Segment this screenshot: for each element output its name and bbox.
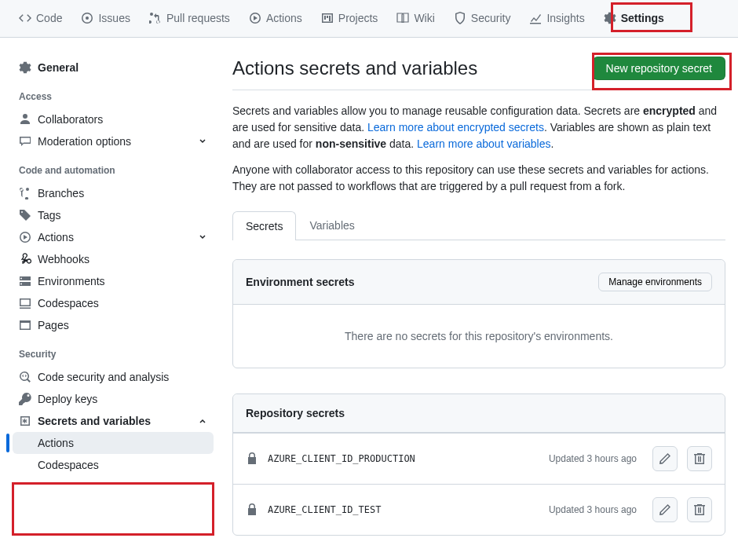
nav-insights[interactable]: Insights [523, 5, 590, 32]
secret-row: AZURE_CLIENT_ID_TEST Updated 3 hours ago [233, 484, 725, 535]
shield-icon [454, 12, 466, 24]
webhook-icon [19, 253, 31, 265]
repo-secrets-title: Repository secrets [246, 407, 345, 419]
settings-sidebar: General Access Collaborators Moderation … [13, 57, 214, 560]
sidebar-secrets-actions[interactable]: Actions [13, 432, 214, 454]
play-icon [19, 231, 31, 243]
project-icon [321, 12, 334, 24]
chevron-down-icon [198, 137, 207, 146]
gear-icon [604, 12, 616, 24]
browser-icon [19, 319, 31, 331]
edit-secret-button[interactable] [652, 497, 678, 522]
issue-icon [81, 12, 93, 24]
people-icon [19, 113, 31, 126]
environment-secrets-panel: Environment secrets Manage environments … [232, 259, 725, 368]
nav-settings[interactable]: Settings [597, 5, 670, 32]
asterisk-icon [19, 415, 31, 427]
edit-secret-button[interactable] [652, 446, 678, 471]
manage-environments-button[interactable]: Manage environments [598, 273, 712, 291]
secret-updated: Updated 3 hours ago [549, 453, 637, 464]
trash-icon [693, 503, 706, 516]
sidebar-tags[interactable]: Tags [13, 204, 214, 226]
sidebar-branches[interactable]: Branches [13, 182, 214, 204]
nav-security[interactable]: Security [448, 5, 517, 32]
server-icon [19, 275, 31, 287]
learn-secrets-link[interactable]: Learn more about encrypted secrets [367, 121, 544, 134]
nav-projects[interactable]: Projects [315, 5, 385, 32]
learn-variables-link[interactable]: Learn more about variables [417, 137, 550, 150]
tab-secrets[interactable]: Secrets [232, 211, 296, 240]
description-2: Anyone with collaborator access to this … [232, 162, 725, 195]
secret-row: AZURE_CLIENT_ID_PRODUCTION Updated 3 hou… [233, 433, 725, 484]
codespace-icon [19, 297, 31, 309]
lock-icon [246, 503, 258, 516]
pencil-icon [659, 503, 671, 516]
nav-issues[interactable]: Issues [75, 5, 136, 32]
secrets-variables-tabs: Secrets Variables [232, 210, 725, 240]
sidebar-secrets-variables[interactable]: Secrets and variables [13, 410, 214, 432]
nav-pull-requests[interactable]: Pull requests [143, 5, 236, 32]
code-icon [19, 12, 31, 24]
sidebar-codespaces[interactable]: Codespaces [13, 292, 214, 314]
description-1: Secrets and variables allow you to manag… [232, 103, 725, 152]
delete-secret-button[interactable] [687, 446, 712, 471]
env-secrets-empty: There are no secrets for this repository… [233, 305, 725, 368]
sidebar-actions[interactable]: Actions [13, 226, 214, 248]
secret-updated: Updated 3 hours ago [549, 504, 637, 515]
nav-actions[interactable]: Actions [243, 5, 309, 32]
tag-icon [19, 209, 31, 221]
page-title: Actions secrets and variables [232, 57, 477, 79]
sidebar-heading-code: Code and automation [13, 152, 214, 182]
sidebar-code-security[interactable]: Code security and analysis [13, 366, 214, 388]
sidebar-moderation[interactable]: Moderation options [13, 130, 214, 152]
codescan-icon [19, 371, 31, 383]
pencil-icon [659, 452, 671, 465]
nav-wiki[interactable]: Wiki [390, 5, 440, 32]
repository-secrets-panel: Repository secrets AZURE_CLIENT_ID_PRODU… [232, 393, 725, 536]
lock-icon [246, 452, 258, 465]
sidebar-heading-access: Access [13, 79, 214, 108]
gear-icon [19, 61, 31, 74]
sidebar-general[interactable]: General [13, 57, 214, 79]
branch-icon [19, 187, 31, 199]
play-icon [249, 12, 261, 24]
env-secrets-title: Environment secrets [246, 276, 355, 288]
sidebar-deploy-keys[interactable]: Deploy keys [13, 388, 214, 410]
repo-top-nav: Code Issues Pull requests Actions Projec… [0, 0, 738, 38]
pr-icon [149, 12, 162, 24]
graph-icon [529, 12, 542, 24]
secret-name: AZURE_CLIENT_ID_PRODUCTION [268, 453, 539, 464]
sidebar-environments[interactable]: Environments [13, 270, 214, 292]
chevron-down-icon [198, 232, 207, 242]
book-icon [396, 12, 409, 24]
chevron-up-icon [198, 416, 207, 426]
sidebar-webhooks[interactable]: Webhooks [13, 248, 214, 270]
tab-variables[interactable]: Variables [296, 210, 367, 240]
nav-code[interactable]: Code [13, 5, 68, 32]
sidebar-secrets-codespaces[interactable]: Codespaces [13, 454, 214, 476]
delete-secret-button[interactable] [687, 497, 712, 522]
main-content: Actions secrets and variables New reposi… [232, 57, 725, 560]
sidebar-pages[interactable]: Pages [13, 314, 214, 336]
trash-icon [693, 452, 706, 465]
key-icon [19, 393, 31, 405]
new-repository-secret-button[interactable]: New repository secret [593, 57, 725, 80]
secret-name: AZURE_CLIENT_ID_TEST [268, 504, 539, 515]
sidebar-heading-security: Security [13, 336, 214, 366]
sidebar-collaborators[interactable]: Collaborators [13, 108, 214, 130]
comment-icon [19, 135, 31, 148]
